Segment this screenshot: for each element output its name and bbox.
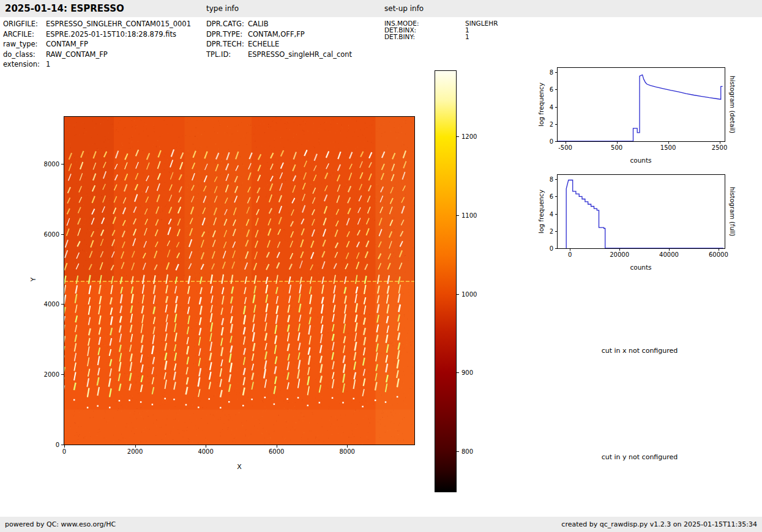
type-info-heading: type info: [206, 0, 239, 17]
tick-mark: [570, 249, 570, 251]
tick-label: 2: [550, 227, 553, 234]
tick-label: 20000: [610, 251, 629, 258]
tick-label: 40000: [659, 251, 679, 258]
page-title: 2025-01-14: ESPRESSO: [5, 0, 124, 17]
tick-mark: [555, 179, 557, 180]
tick-label: 900: [461, 369, 473, 376]
histogram-detail-curve: [558, 68, 725, 141]
meta-label: ORIGFILE:: [3, 19, 46, 29]
tick-mark: [457, 136, 459, 137]
tick-mark: [555, 72, 557, 73]
y-axis-label: Y: [29, 278, 37, 281]
tick-label: 6000: [44, 231, 59, 237]
raw-image-plot: [64, 116, 415, 445]
meta-value: ESPRESSO_SINGLEHR_CONTAM015_0001: [46, 19, 191, 29]
tick-mark: [61, 374, 64, 375]
meta-label: DPR.TYPE:: [206, 29, 248, 40]
tick-label: 1100: [461, 212, 477, 218]
tick-mark: [135, 445, 136, 448]
colorbar: [435, 70, 457, 492]
histogram-full-ylabel: log frequency: [537, 190, 545, 234]
tick-label: 0: [62, 448, 66, 455]
setup-info-block: INS.MODE:SINGLEHRDET.BINX:1DET.BINY:1: [384, 20, 568, 40]
tick-mark: [566, 142, 566, 144]
tick-mark: [457, 451, 459, 452]
tick-label: 2000: [127, 448, 143, 455]
tick-mark: [719, 249, 719, 251]
tick-mark: [555, 196, 557, 197]
tick-mark: [457, 294, 459, 295]
meta-value: ECHELLE: [248, 39, 279, 50]
tick-label: 0: [550, 245, 553, 252]
histogram-detail-title: histogram (detail): [729, 76, 736, 133]
tick-label: 0: [568, 251, 572, 258]
raw-ccd-image-canvas: [64, 117, 414, 445]
tick-label: 6: [550, 193, 553, 200]
footer-bar: powered by QC: www.eso.org/HC created by…: [0, 517, 762, 532]
tick-mark: [555, 248, 557, 249]
meta-row: DPR.TYPE:CONTAM,OFF,FP: [206, 29, 384, 40]
meta-value: RAW_CONTAM_FP: [46, 50, 108, 60]
tick-mark: [61, 164, 64, 164]
tick-mark: [457, 372, 459, 373]
tick-mark: [61, 445, 64, 445]
meta-value: CONTAM_FP: [46, 39, 88, 50]
meta-value: 1: [465, 27, 469, 34]
tick-label: 2000: [44, 371, 59, 378]
meta-label: do_class:: [3, 50, 46, 60]
tick-label: 60000: [709, 251, 728, 258]
tick-mark: [555, 124, 557, 125]
tick-label: 4000: [44, 301, 59, 308]
meta-value: CONTAM,OFF,FP: [248, 29, 305, 40]
histogram-full-plot: [557, 174, 725, 249]
meta-row: ORIGFILE:ESPRESSO_SINGLEHR_CONTAM015_000…: [3, 19, 206, 29]
meta-row: extension:1: [3, 59, 206, 70]
tick-mark: [720, 142, 720, 144]
tick-mark: [668, 142, 669, 144]
meta-row: DPR.TECH:ECHELLE: [206, 39, 384, 50]
tick-mark: [61, 304, 64, 305]
histogram-detail-xlabel: counts: [630, 157, 651, 164]
file-info-block: ORIGFILE:ESPRESSO_SINGLEHR_CONTAM015_000…: [3, 19, 206, 70]
meta-row: DET.BINY:1: [384, 34, 568, 40]
tick-label: 8: [550, 176, 553, 183]
tick-mark: [61, 234, 64, 235]
cut-x-note: cut in x not configured: [602, 347, 678, 355]
x-axis-label: X: [237, 463, 242, 471]
tick-label: 8000: [339, 448, 354, 455]
tick-mark: [555, 231, 557, 232]
tick-label: 1200: [461, 133, 477, 140]
meta-value: SINGLEHR: [465, 20, 498, 27]
tick-label: 4000: [198, 448, 213, 455]
meta-value: ESPRE.2025-01-15T10:18:28.879.fits: [46, 29, 176, 40]
type-info-block: DPR.CATG:CALIBDPR.TYPE:CONTAM,OFF,FPDPR.…: [206, 19, 384, 59]
tick-mark: [555, 214, 557, 215]
setup-info-heading: set-up info: [384, 0, 424, 17]
tick-mark: [206, 445, 206, 448]
tick-mark: [555, 141, 557, 142]
histogram-full-xlabel: counts: [630, 264, 651, 271]
meta-row: DPR.CATG:CALIB: [206, 19, 384, 29]
tick-mark: [555, 107, 557, 108]
tick-mark: [619, 249, 620, 251]
meta-label: DPR.CATG:: [206, 19, 248, 29]
tick-mark: [457, 215, 459, 216]
meta-label: DPR.TECH:: [206, 39, 248, 50]
meta-value: 1: [46, 59, 50, 70]
tick-label: 2500: [712, 144, 727, 151]
tick-label: 4: [550, 210, 553, 217]
tick-label: 1000: [461, 290, 477, 297]
meta-value: CALIB: [248, 19, 269, 29]
tick-mark: [669, 249, 670, 251]
meta-label: TPL.ID:: [206, 50, 248, 60]
meta-value: ESPRESSO_singleHR_cal_cont: [248, 50, 352, 60]
footer-qc-credit: powered by QC: www.eso.org/HC: [5, 517, 116, 532]
tick-mark: [277, 445, 277, 448]
header-bar: 2025-01-14: ESPRESSO type info set-up in…: [0, 0, 762, 17]
tick-mark: [555, 89, 557, 90]
tick-label: 0: [56, 441, 59, 448]
tick-mark: [347, 445, 348, 448]
tick-label: 800: [461, 448, 473, 455]
tick-label: 6000: [269, 448, 284, 455]
meta-row: raw_type:CONTAM_FP: [3, 39, 206, 50]
